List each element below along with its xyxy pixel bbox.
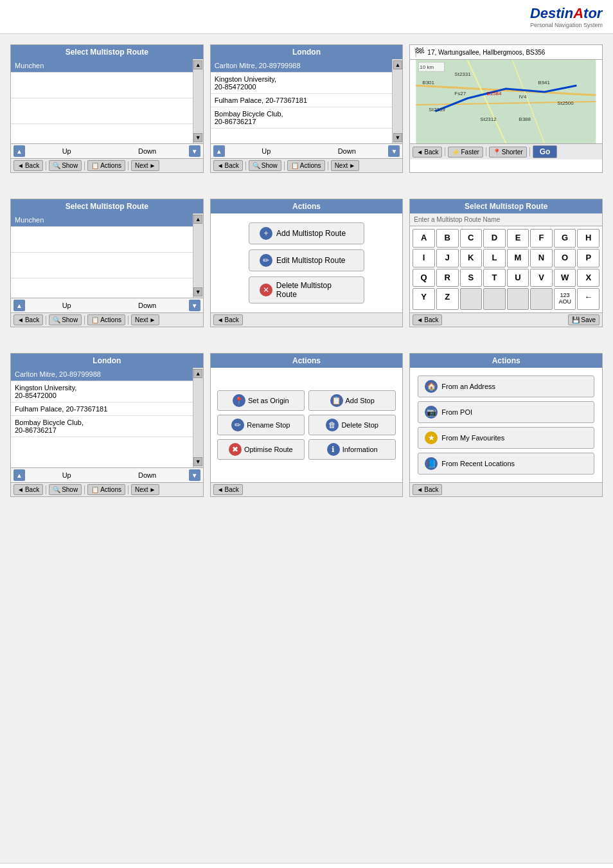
key-a[interactable]: A [413,229,435,248]
add-stop-button[interactable]: 📋 Add Stop [308,390,396,411]
back-label: Back [25,162,39,169]
scroll-up-arrow[interactable]: ▲ [393,60,402,69]
key-123[interactable]: 123AOU [554,288,576,310]
list-item[interactable]: Bombay Bicycle Club,20-86736217 [211,107,393,129]
from-recent-button[interactable]: 📘 From Recent Locations [418,453,594,475]
key-space1[interactable] [460,288,483,310]
scrollbar[interactable]: ▲ ▼ [392,59,402,143]
scroll-up-arrow[interactable]: ▲ [193,215,202,224]
list-item[interactable] [11,227,193,253]
back-button[interactable]: ◄ Back [13,314,43,325]
actions-button[interactable]: 📋 Actions [87,160,125,171]
key-p[interactable]: P [577,249,600,267]
information-button[interactable]: ℹ Information [308,439,396,460]
rename-stop-button[interactable]: ✏ Rename Stop [217,415,305,435]
key-space3[interactable] [507,288,529,310]
back-button[interactable]: ◄ Back [413,314,442,325]
from-poi-button[interactable]: 📷 From POI [418,401,594,423]
actions-button[interactable]: 📋 Actions [287,160,325,171]
show-button[interactable]: 🔍 Show [49,484,82,495]
list-item[interactable] [11,253,193,278]
key-d[interactable]: D [483,229,506,248]
back-button[interactable]: ◄ Back [413,484,442,495]
key-i[interactable]: I [413,249,435,267]
key-m[interactable]: M [507,249,529,267]
key-space4[interactable] [530,288,553,310]
list-item[interactable]: Munchen [11,59,193,73]
show-button[interactable]: 🔍 Show [49,314,82,325]
key-g[interactable]: G [554,229,576,248]
show-button[interactable]: 🔍 Show [49,160,82,171]
key-n[interactable]: N [530,249,553,267]
edit-multistop-button[interactable]: ✏ Edit Multistop Route [249,249,364,271]
back-button[interactable]: ◄ Back [413,147,442,158]
save-button[interactable]: 💾 Save [568,314,600,325]
key-k[interactable]: K [460,249,483,267]
key-y[interactable]: Y [413,288,435,310]
back-button[interactable]: ◄ Back [213,484,243,495]
go-button[interactable]: Go [533,145,558,158]
scroll-down-arrow[interactable]: ▼ [193,287,202,296]
key-o[interactable]: O [554,249,576,267]
key-space2[interactable] [483,288,506,310]
list-item[interactable]: Carlton Mitre, 20-89799988 [11,368,193,381]
back-button[interactable]: ◄ Back [213,160,243,171]
key-j[interactable]: J [436,249,459,267]
key-b[interactable]: B [436,229,459,248]
scroll-up-arrow[interactable]: ▲ [193,60,202,69]
key-s[interactable]: S [460,269,483,287]
key-z[interactable]: Z [436,288,459,310]
set-origin-label: Set as Origin [248,397,289,404]
key-f[interactable]: F [530,229,553,248]
from-favourites-button[interactable]: ★ From My Favourites [418,427,594,449]
scroll-down-arrow[interactable]: ▼ [193,133,202,142]
faster-button[interactable]: ⚡ Faster [448,147,483,158]
list-item[interactable]: Kingston University,20-85472000 [211,73,393,94]
next-button[interactable]: Next ► [131,484,159,495]
scroll-up-arrow[interactable]: ▲ [193,369,202,378]
list-item[interactable]: Kingston University,20-85472000 [11,381,193,402]
list-item[interactable]: Fulham Palace, 20-77367181 [211,94,393,107]
scroll-down-arrow[interactable]: ▼ [193,457,202,466]
list-item[interactable]: Fulham Palace, 20-77367181 [11,402,193,416]
next-button[interactable]: Next ► [331,160,359,171]
key-backspace[interactable]: ← [577,288,600,310]
back-button[interactable]: ◄ Back [13,160,43,171]
next-button[interactable]: Next ► [131,314,159,325]
shorter-button[interactable]: 📍 Shorter [489,147,527,158]
key-t[interactable]: T [483,269,506,287]
list-item[interactable] [11,73,193,98]
key-w[interactable]: W [554,269,576,287]
actions-button[interactable]: 📋 Actions [87,314,125,325]
back-icon: ◄ [217,316,224,323]
optimise-route-button[interactable]: ✖ Optimise Route [217,439,305,460]
actions-button[interactable]: 📋 Actions [87,484,125,495]
key-h[interactable]: H [577,229,600,248]
delete-multistop-button[interactable]: ✕ Delete Multistop Route [249,276,364,303]
scroll-down-arrow[interactable]: ▼ [393,133,402,142]
list-item[interactable]: Bombay Bicycle Club,20-86736217 [11,416,193,437]
scrollbar[interactable]: ▲ ▼ [193,59,203,143]
list-item[interactable]: Carlton Mitre, 20-89799988 [211,59,393,73]
delete-stop-button[interactable]: 🗑 Delete Stop [308,415,396,435]
scrollbar[interactable]: ▲ ▼ [193,213,203,298]
next-button[interactable]: Next ► [131,160,159,171]
back-button[interactable]: ◄ Back [213,314,243,325]
key-c[interactable]: C [460,229,483,248]
key-q[interactable]: Q [413,269,435,287]
key-r[interactable]: R [436,269,459,287]
show-button[interactable]: 🔍 Show [249,160,281,171]
key-u[interactable]: U [507,269,529,287]
delete-stop-icon: 🗑 [326,419,339,431]
list-item[interactable] [11,98,193,124]
key-e[interactable]: E [507,229,529,248]
key-v[interactable]: V [530,269,553,287]
key-l[interactable]: L [483,249,506,267]
scrollbar[interactable]: ▲ ▼ [193,368,203,467]
key-x[interactable]: X [577,269,600,287]
back-button[interactable]: ◄ Back [13,484,43,495]
list-item[interactable]: Munchen [11,213,193,227]
set-as-origin-button[interactable]: 📍 Set as Origin [217,390,305,411]
from-address-button[interactable]: 🏠 From an Address [418,375,594,397]
add-multistop-button[interactable]: + Add Multistop Route [249,222,364,244]
